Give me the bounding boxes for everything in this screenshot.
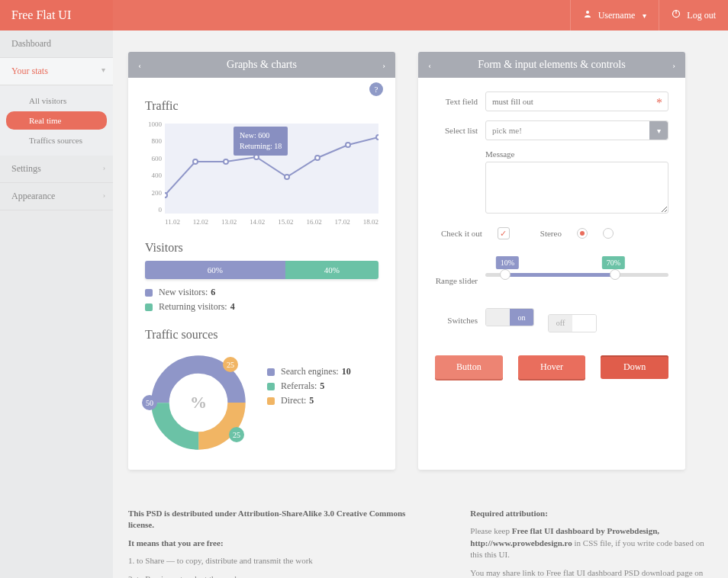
logout-button[interactable]: Log out [659, 0, 728, 31]
slider-thumb-low[interactable] [500, 269, 511, 280]
panel-prev-button[interactable]: ‹ [418, 60, 441, 69]
donut-badge-direct: 25 [223, 357, 238, 372]
range-slider[interactable]: 10% 70% [485, 262, 668, 285]
power-icon [672, 9, 681, 21]
traffic-sources-donut: % 25 25 50 [145, 349, 252, 456]
traffic-title: Traffic [145, 99, 378, 113]
legend-referrals: Referrals:5 [267, 381, 378, 392]
logo: Free Flat UI [0, 0, 113, 31]
message-label: Message [485, 149, 668, 159]
svg-point-8 [315, 156, 320, 160]
range-slider-label: Range slider [435, 276, 485, 285]
panel-title: Graphs & charts [151, 59, 372, 71]
button-hover[interactable]: Hover [518, 355, 586, 379]
help-icon[interactable]: ? [369, 82, 383, 96]
sources-title: Traffic sources [145, 328, 378, 342]
username-label: Username [598, 10, 636, 21]
subnav-all-visitors[interactable]: All visitors [6, 92, 107, 110]
svg-point-9 [346, 143, 350, 147]
panel-title: Form & input elements & controls [441, 59, 662, 71]
button-down[interactable]: Down [601, 355, 668, 379]
traffic-chart: 1000 800 600 400 200 0 [145, 119, 378, 226]
nav-settings[interactable]: Settings › [0, 156, 113, 183]
switch-off[interactable]: off [548, 314, 597, 332]
user-menu[interactable]: Username ▾ [570, 0, 659, 31]
visitors-new-segment: 60% [145, 261, 285, 279]
select-list[interactable]: pick me! ▾ [485, 120, 668, 140]
subnav-traffic-sources[interactable]: Traffics sources [6, 131, 107, 149]
radio-stereo-2[interactable] [603, 228, 614, 239]
panel-header: ‹ Graphs & charts › [128, 52, 395, 78]
svg-point-0 [586, 11, 589, 14]
chart-y-axis: 1000 800 600 400 200 0 [145, 119, 165, 226]
legend-new: New visitors:6 [145, 287, 378, 298]
svg-point-7 [285, 175, 289, 179]
text-field-input[interactable] [485, 92, 668, 111]
chevron-right-icon: › [103, 191, 105, 199]
radio-group-label: Stereo [540, 229, 562, 238]
chevron-down-icon: ▾ [101, 66, 105, 74]
panel-header: ‹ Form & input elements & controls › [418, 52, 685, 78]
switch-on[interactable]: on [485, 308, 534, 326]
sidebar: Dashboard Your stats ▾ All visitors Real… [0, 31, 113, 578]
checkbox-check-it-out[interactable]: ✓ [498, 227, 510, 239]
required-icon: * [656, 96, 662, 110]
legend-direct: Direct:5 [267, 395, 378, 406]
top-bar: Free Flat UI Username ▾ Log out [0, 0, 728, 31]
panel-next-button[interactable]: › [662, 60, 685, 69]
subnav-real-time[interactable]: Real time [6, 111, 107, 130]
nav-dashboard[interactable]: Dashboard [0, 31, 113, 58]
text-field-label: Text field [435, 97, 485, 106]
svg-point-3 [165, 193, 167, 197]
chevron-down-icon: ▾ [643, 11, 646, 20]
legend-search: Search engines:10 [267, 366, 378, 377]
radio-stereo-1[interactable] [577, 228, 588, 239]
legend-returning: Returning visitors:4 [145, 301, 378, 313]
panel-next-button[interactable]: › [372, 60, 395, 69]
chevron-right-icon: › [103, 163, 105, 172]
license-footer: This PSD is destributed under Attributio… [128, 493, 713, 578]
checkbox-label: Check it out [441, 229, 482, 238]
main-content: ‹ Graphs & charts › ? Traffic 1000 800 6… [113, 31, 728, 578]
svg-point-5 [224, 159, 228, 164]
chart-tooltip: New: 600 Returning: 18 [234, 127, 288, 156]
nav-your-stats[interactable]: Your stats ▾ [0, 58, 113, 85]
user-icon [583, 9, 592, 21]
panel-graphs-charts: ‹ Graphs & charts › ? Traffic 1000 800 6… [128, 52, 395, 470]
subnav-your-stats: All visitors Real time Traffics sources [0, 85, 113, 156]
visitors-returning-segment: 40% [285, 261, 378, 279]
panel-form-elements: ‹ Form & input elements & controls › Tex… [418, 52, 685, 470]
select-label: Select list [435, 126, 485, 135]
slider-value-high: 70% [602, 256, 625, 269]
button-normal[interactable]: Button [435, 355, 503, 379]
chevron-down-icon[interactable]: ▾ [649, 121, 668, 140]
nav-appearance[interactable]: Appearance › [0, 183, 113, 210]
donut-center: % [190, 393, 207, 413]
logout-label: Log out [687, 10, 716, 21]
slider-value-low: 10% [496, 256, 519, 269]
chart-x-axis: 11.0212.0213.0214.0215.0216.0217.0218.02 [165, 218, 378, 226]
visitors-title: Visitors [145, 241, 378, 255]
svg-point-4 [193, 159, 198, 164]
message-textarea[interactable] [485, 162, 668, 214]
panel-prev-button[interactable]: ‹ [128, 60, 151, 69]
switches-label: Switches [435, 316, 485, 325]
donut-badge-search: 50 [142, 395, 157, 410]
svg-point-10 [376, 135, 378, 140]
slider-thumb-high[interactable] [610, 269, 620, 280]
visitors-bar: 60% 40% [145, 261, 378, 279]
donut-badge-referrals: 25 [229, 427, 244, 442]
